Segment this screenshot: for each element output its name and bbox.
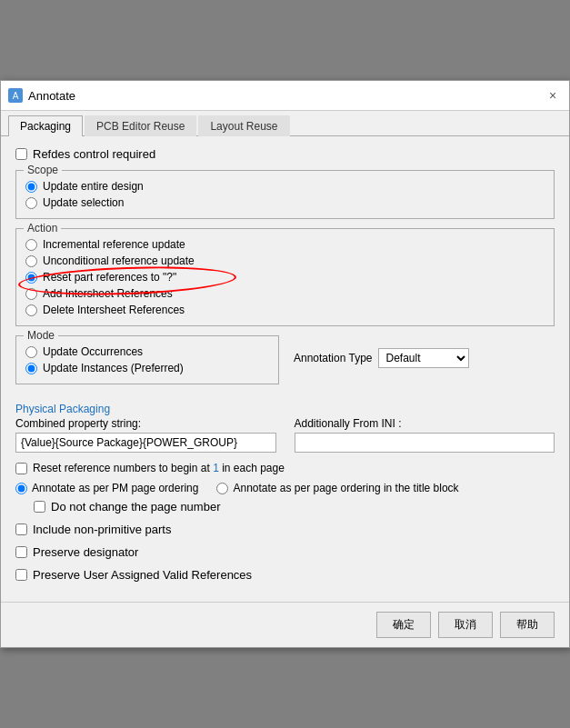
action-option-1: Unconditional reference update [25,254,545,267]
action-option-4: Delete Intersheet References [25,304,545,316]
combined-col: Combined property string: [15,417,276,453]
preserve-designator-label: Preserve designator [33,545,138,559]
annotation-type-row: Annotation Type Default Row Column Schem… [294,348,555,368]
tab-bar: Packaging PCB Editor Reuse Layout Reuse [1,111,569,136]
mode-group-label: Mode [24,329,58,342]
additionally-label: Additionally From INI : [295,417,555,430]
combined-label: Combined property string: [15,417,276,430]
tab-pcb-editor-reuse[interactable]: PCB Editor Reuse [85,115,196,136]
physical-row: Combined property string: Additionally F… [15,417,555,453]
mode-occurrences-label: Update Occurrences [43,345,143,358]
action-option-2: Reset part references to "?" [25,271,545,284]
action-add-intersheet-radio[interactable] [25,288,37,300]
tab-packaging[interactable]: Packaging [8,115,83,136]
close-button[interactable]: × [544,86,562,105]
mode-instances-label: Update Instances (Preferred) [43,362,184,374]
mode-option-0: Update Occurrences [25,345,269,358]
help-button[interactable]: 帮助 [500,612,555,638]
action-group: Action Incremental reference update Unco… [15,228,555,326]
reset-ref-row: Reset reference numbers to begin at 1 in… [15,462,555,474]
reset-ref-link[interactable]: 1 [213,462,219,474]
dialog-title: Annotate [28,89,75,103]
reset-ref-suffix: in each page [222,462,285,474]
annotate-pm-label: Annotate as per PM page ordering [32,482,198,494]
annotate-ordering-row: Annotate as per PM page ordering Annotat… [15,482,555,494]
preserve-designator-checkbox[interactable] [15,546,27,558]
physical-packaging-section: Physical Packaging Combined property str… [15,403,555,453]
action-incremental-label: Incremental reference update [43,238,185,251]
title-bar-left: A Annotate [8,88,75,103]
do-not-change-label: Do not change the page number [51,500,220,514]
ok-button[interactable]: 确定 [376,612,431,638]
mode-annotation-row: Mode Update Occurrences Update Instances… [15,335,555,394]
scope-entire-design-label: Update entire design [43,180,144,193]
annotate-title-label: Annotate as per page ordering in the tit… [233,482,458,494]
annotation-type-select[interactable]: Default Row Column Schematic [378,348,469,368]
scope-entire-design-radio[interactable] [25,181,37,193]
dialog-icon: A [8,88,23,103]
cancel-button[interactable]: 取消 [438,612,493,638]
mode-occurrences-radio[interactable] [25,346,37,358]
additionally-input[interactable] [295,433,555,453]
scope-option-1: Update selection [25,196,545,209]
scope-update-selection-label: Update selection [43,196,124,209]
action-option-3: Add Intersheet References [25,287,545,300]
include-non-primitive-row: Include non-primitive parts [15,523,555,536]
dialog-footer: 确定 取消 帮助 [1,602,569,647]
annotation-type-label: Annotation Type [294,352,373,364]
action-option-0: Incremental reference update [25,238,545,251]
reset-ref-prefix: Reset reference numbers to begin at [33,462,210,474]
scope-update-selection-radio[interactable] [25,197,37,209]
preserve-user-assigned-row: Preserve User Assigned Valid References [15,568,555,582]
combined-input[interactable] [15,433,276,453]
mode-instances-radio[interactable] [25,363,37,374]
mode-col: Mode Update Occurrences Update Instances… [15,335,279,394]
annotate-dialog: A Annotate × Packaging PCB Editor Reuse … [0,80,570,648]
annotate-pm-radio[interactable] [15,483,27,494]
refdes-control-label: Refdes control required [33,147,155,161]
action-unconditional-label: Unconditional reference update [43,254,195,267]
action-add-intersheet-label: Add Intersheet References [43,287,173,300]
mode-option-1: Update Instances (Preferred) [25,362,269,374]
refdes-control-row: Refdes control required [15,147,555,161]
mode-group: Mode Update Occurrences Update Instances… [15,335,279,384]
preserve-user-assigned-checkbox[interactable] [15,569,27,581]
physical-packaging-title: Physical Packaging [15,403,555,415]
include-non-primitive-label: Include non-primitive parts [33,523,171,536]
do-not-change-checkbox[interactable] [34,501,45,513]
action-incremental-radio[interactable] [25,239,37,251]
do-not-change-row: Do not change the page number [15,500,555,514]
scope-group: Scope Update entire design Update select… [15,170,555,219]
action-reset-part-label: Reset part references to "?" [43,271,176,284]
annotation-type-col: Annotation Type Default Row Column Schem… [294,335,555,394]
annotate-title-radio[interactable] [216,483,228,494]
annotate-pm-option: Annotate as per PM page ordering [15,482,198,494]
preserve-user-assigned-label: Preserve User Assigned Valid References [33,568,252,582]
annotate-title-option: Annotate as per page ordering in the tit… [216,482,458,494]
title-bar: A Annotate × [1,81,569,111]
action-delete-intersheet-radio[interactable] [25,304,37,316]
reset-ref-checkbox[interactable] [15,463,27,474]
refdes-control-checkbox[interactable] [15,148,27,160]
preserve-designator-row: Preserve designator [15,545,555,559]
action-group-label: Action [24,222,61,234]
scope-group-label: Scope [24,164,62,176]
tab-content: Refdes control required Scope Update ent… [1,136,569,602]
include-non-primitive-checkbox[interactable] [15,524,27,535]
additionally-col: Additionally From INI : [295,417,555,453]
action-unconditional-radio[interactable] [25,255,37,267]
action-reset-part-radio[interactable] [25,272,37,284]
reset-ref-label: Reset reference numbers to begin at 1 in… [33,462,285,474]
tab-layout-reuse[interactable]: Layout Reuse [198,115,289,136]
scope-option-0: Update entire design [25,180,545,193]
action-delete-intersheet-label: Delete Intersheet References [43,304,185,316]
